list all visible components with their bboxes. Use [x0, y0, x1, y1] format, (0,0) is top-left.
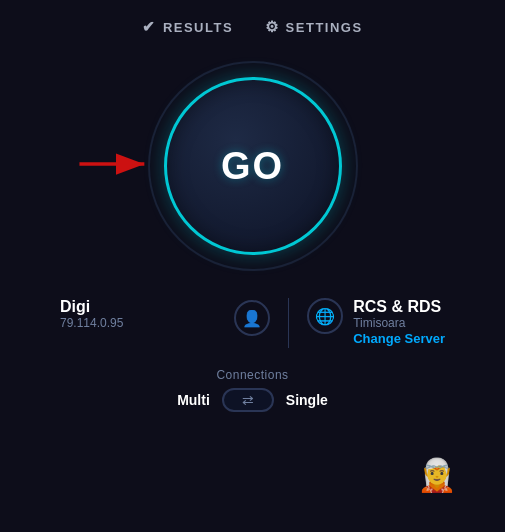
person-icon: 👤 [242, 309, 262, 328]
globe-icon: 🌐 [315, 307, 335, 326]
single-option[interactable]: Single [286, 392, 328, 408]
top-navigation: ✔ RESULTS ⚙ SETTINGS [0, 0, 505, 46]
results-label: RESULTS [163, 20, 233, 35]
go-label: GO [221, 145, 284, 188]
settings-icon: ⚙ [265, 18, 280, 36]
red-arrow-icon [75, 146, 155, 182]
globe-icon-button[interactable]: 🌐 [307, 298, 343, 334]
server-name: RCS & RDS [353, 298, 441, 316]
server-location: Timisoara [353, 316, 405, 330]
connections-toggle: Multi ⇄ Single [177, 388, 328, 412]
arrow-overlay [75, 146, 155, 186]
multi-option[interactable]: Multi [177, 392, 210, 408]
connection-toggle-switch[interactable]: ⇄ [222, 388, 274, 412]
results-nav-item[interactable]: ✔ RESULTS [142, 18, 233, 36]
go-button[interactable]: GO [164, 77, 342, 255]
user-ip: 79.114.0.95 [60, 316, 123, 330]
user-icon-button[interactable]: 👤 [234, 300, 270, 336]
connections-label: Connections [216, 368, 288, 382]
results-icon: ✔ [142, 18, 157, 36]
toggle-arrows-icon: ⇄ [242, 392, 254, 408]
connections-section: Connections Multi ⇄ Single [177, 368, 328, 412]
user-info-left: Digi 79.114.0.95 [60, 298, 234, 330]
change-server-link[interactable]: Change Server [353, 331, 445, 346]
go-button-container: GO [143, 56, 363, 276]
watermark: 🧝 [417, 456, 457, 494]
server-details: RCS & RDS Timisoara Change Server [353, 298, 445, 346]
info-row: Digi 79.114.0.95 👤 🌐 RCS & RDS Timisoara… [0, 298, 505, 348]
info-divider [288, 298, 289, 348]
settings-nav-item[interactable]: ⚙ SETTINGS [265, 18, 363, 36]
isp-name: Digi [60, 298, 90, 316]
settings-label: SETTINGS [286, 20, 363, 35]
server-info-right: 🌐 RCS & RDS Timisoara Change Server [307, 298, 445, 346]
